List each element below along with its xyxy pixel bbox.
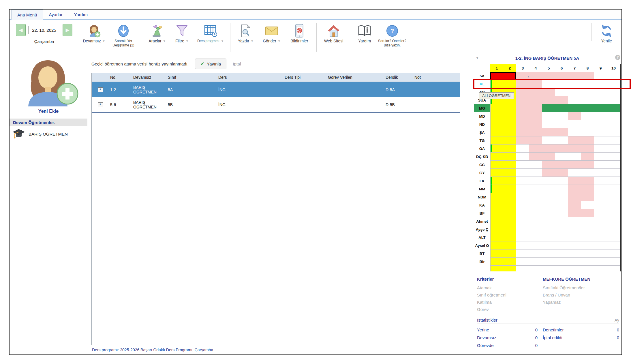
schedule-cell[interactable] <box>555 258 568 266</box>
schedule-cell[interactable] <box>542 128 555 136</box>
schedule-cell[interactable] <box>568 266 581 271</box>
schedule-cell[interactable] <box>568 80 581 88</box>
schedule-cell[interactable] <box>516 104 529 112</box>
schedule-cell[interactable] <box>529 169 542 177</box>
schedule-cell[interactable] <box>542 104 555 112</box>
schedule-cell[interactable] <box>568 217 581 225</box>
schedule-cell[interactable] <box>516 145 529 153</box>
schedule-cell[interactable] <box>516 96 529 104</box>
schedule-cell[interactable] <box>555 80 568 88</box>
schedule-cell[interactable] <box>529 241 542 249</box>
schedule-cell[interactable] <box>581 153 594 161</box>
schedule-cell[interactable] <box>490 249 516 258</box>
schedule-cell[interactable] <box>516 266 529 271</box>
schedule-cell[interactable] <box>529 266 542 271</box>
schedule-cell[interactable] <box>555 241 568 249</box>
schedule-cell[interactable] <box>542 193 555 201</box>
schedule-cell[interactable] <box>516 161 529 169</box>
schedule-cell[interactable] <box>555 136 568 145</box>
schedule-row-label[interactable]: KA <box>474 201 490 209</box>
schedule-cell[interactable] <box>607 169 620 177</box>
schedule-row-label[interactable]: MG <box>474 104 490 112</box>
schedule-cell[interactable] <box>568 161 581 169</box>
schedule-cell[interactable] <box>581 88 594 96</box>
collapse-panel-icon[interactable]: ▾ <box>476 56 478 60</box>
schedule-cell[interactable] <box>581 145 594 153</box>
schedule-cell[interactable] <box>542 241 555 249</box>
schedule-cell[interactable] <box>594 169 607 177</box>
schedule-cell[interactable] <box>594 136 607 145</box>
schedule-cell[interactable] <box>542 136 555 145</box>
schedule-cell[interactable] <box>542 233 555 241</box>
expand-row-button[interactable]: + <box>98 87 103 92</box>
schedule-cell[interactable] <box>594 185 607 193</box>
schedule-cell[interactable] <box>607 266 620 271</box>
schedule-cell[interactable] <box>542 161 555 169</box>
schedule-row-label[interactable]: OA <box>474 145 490 153</box>
schedule-cell[interactable] <box>568 145 581 153</box>
schedule-row-label[interactable]: TG <box>474 136 490 145</box>
schedule-cell[interactable] <box>568 128 581 136</box>
toolbar-button-bildirimler[interactable]: Bildirimler <box>285 22 314 43</box>
schedule-cell[interactable] <box>516 233 529 241</box>
schedule-cell[interactable] <box>581 241 594 249</box>
schedule-cell[interactable] <box>516 88 529 96</box>
schedule-cell[interactable] <box>529 104 542 112</box>
schedule-row-label[interactable]: 5A <box>474 72 490 80</box>
schedule-cell[interactable] <box>568 233 581 241</box>
schedule-cell[interactable] <box>568 72 581 80</box>
schedule-cell[interactable] <box>581 80 594 88</box>
schedule-cell[interactable] <box>594 193 607 201</box>
schedule-cell[interactable] <box>594 153 607 161</box>
schedule-cell[interactable] <box>555 128 568 136</box>
schedule-cell[interactable] <box>568 201 581 209</box>
schedule-cell[interactable] <box>581 112 594 120</box>
schedule-cell[interactable] <box>516 136 529 145</box>
schedule-row-label[interactable]: CC <box>474 161 490 169</box>
schedule-cell[interactable] <box>555 177 568 185</box>
schedule-cell[interactable] <box>490 217 516 225</box>
schedule-row-label[interactable]: LK <box>474 177 490 185</box>
schedule-cell[interactable] <box>607 177 620 185</box>
criteria-item[interactable]: Katılma <box>477 299 543 306</box>
schedule-cell[interactable] <box>607 104 620 112</box>
schedule-cell[interactable] <box>516 153 529 161</box>
schedule-row-label[interactable]: BF <box>474 209 490 217</box>
schedule-cell[interactable] <box>581 225 594 233</box>
schedule-cell[interactable] <box>594 209 607 217</box>
schedule-cell[interactable] <box>607 72 620 80</box>
schedule-cell[interactable] <box>516 258 529 266</box>
schedule-cell[interactable] <box>490 161 516 169</box>
schedule-cell[interactable] <box>568 120 581 128</box>
next-day-button[interactable]: ▶ <box>63 24 72 36</box>
schedule-cell[interactable] <box>555 96 568 104</box>
schedule-cell[interactable]: ← <box>516 72 529 80</box>
schedule-cell[interactable] <box>594 112 607 120</box>
schedule-cell[interactable] <box>607 120 620 128</box>
schedule-cell[interactable] <box>594 217 607 225</box>
schedule-cell[interactable] <box>581 169 594 177</box>
schedule-cell[interactable] <box>516 225 529 233</box>
schedule-cell[interactable] <box>516 169 529 177</box>
schedule-cell[interactable] <box>594 177 607 185</box>
schedule-cell[interactable] <box>568 258 581 266</box>
schedule-row-label[interactable] <box>474 266 490 271</box>
schedule-cell[interactable] <box>529 233 542 241</box>
schedule-cell[interactable] <box>568 177 581 185</box>
schedule-cell[interactable] <box>594 249 607 258</box>
schedule-cell[interactable] <box>568 112 581 120</box>
schedule-cell[interactable] <box>581 266 594 271</box>
schedule-cell[interactable] <box>490 72 516 80</box>
schedule-cell[interactable] <box>516 193 529 201</box>
schedule-row-label[interactable]: AL <box>474 80 490 88</box>
schedule-cell[interactable] <box>581 128 594 136</box>
schedule-cell[interactable] <box>607 88 620 96</box>
schedule-cell[interactable] <box>555 266 568 271</box>
panel-help-icon[interactable]: ? <box>615 55 620 60</box>
schedule-cell[interactable] <box>555 120 568 128</box>
schedule-cell[interactable] <box>490 185 516 193</box>
schedule-cell[interactable] <box>516 201 529 209</box>
schedule-cell[interactable] <box>516 185 529 193</box>
schedule-cell[interactable] <box>581 209 594 217</box>
schedule-cell[interactable] <box>594 96 607 104</box>
